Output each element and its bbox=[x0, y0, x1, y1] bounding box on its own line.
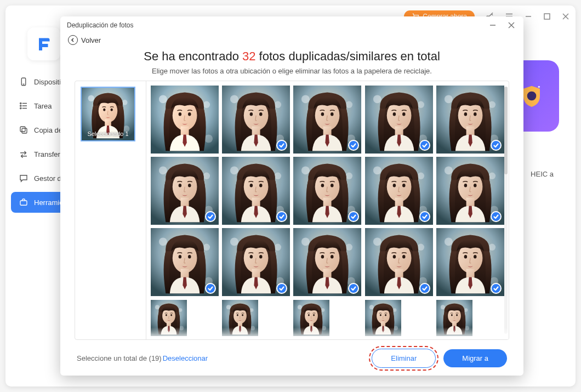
sidebar-item-devices[interactable]: Dispositivos bbox=[11, 71, 66, 92]
svg-point-25 bbox=[20, 107, 21, 109]
maximize-button[interactable] bbox=[543, 12, 551, 21]
logo-icon bbox=[36, 36, 52, 52]
svg-point-30 bbox=[538, 86, 540, 88]
photo-thumbnail[interactable] bbox=[365, 157, 433, 225]
sidebar-item-transfer[interactable]: Transferir bbox=[11, 144, 66, 164]
sidebar-item-data-manager[interactable]: Gestor de datos bbox=[11, 168, 66, 189]
check-icon bbox=[348, 140, 359, 151]
sidebar-item-backup[interactable]: Copia de seguridad bbox=[11, 120, 66, 140]
device-icon bbox=[19, 77, 29, 87]
dedup-modal: Deduplicación de fotos Volver Se ha enco… bbox=[60, 16, 523, 376]
check-icon bbox=[419, 140, 430, 151]
sidebar-item-tools[interactable]: Herramientas bbox=[11, 192, 66, 213]
minimize-button[interactable] bbox=[524, 12, 533, 21]
portrait-image bbox=[293, 300, 329, 336]
photo-thumbnail[interactable] bbox=[151, 86, 219, 154]
check-icon bbox=[491, 283, 502, 294]
back-label: Volver bbox=[81, 36, 101, 44]
sidebar-item-label: Tarea bbox=[34, 102, 52, 110]
group-column: Seleccionado 1 bbox=[75, 81, 146, 339]
photo-grid bbox=[151, 86, 504, 336]
close-button[interactable] bbox=[561, 12, 570, 21]
transfer-icon bbox=[19, 149, 29, 159]
footer-count-post: ) bbox=[159, 354, 161, 362]
check-icon bbox=[205, 283, 216, 294]
migrate-button[interactable]: Migrar a bbox=[443, 349, 507, 367]
group-selected-label: Seleccionado 1 bbox=[87, 130, 128, 137]
svg-point-23 bbox=[20, 105, 21, 106]
portrait-image bbox=[222, 300, 258, 336]
sidebar-item-label: Transferir bbox=[34, 150, 64, 158]
modal-footer: Seleccione un total de (19) Deselecciona… bbox=[60, 340, 523, 376]
photo-grid-container bbox=[146, 81, 509, 339]
photo-thumbnail[interactable] bbox=[293, 228, 361, 296]
back-button[interactable]: Volver bbox=[60, 34, 523, 48]
sidebar-item-tasks[interactable]: Tarea bbox=[11, 95, 66, 116]
duplicate-count: 32 bbox=[242, 49, 255, 63]
toolbox-icon bbox=[19, 197, 29, 207]
photo-thumbnail[interactable] bbox=[151, 157, 219, 225]
footer-count-pre: Seleccione un total de ( bbox=[77, 354, 151, 362]
modal-content: Seleccionado 1 bbox=[75, 81, 509, 340]
copy-icon bbox=[19, 125, 29, 135]
modal-close-button[interactable] bbox=[506, 20, 517, 31]
heic-text-fragment: HEIC a bbox=[531, 170, 554, 178]
selected-count: 19 bbox=[151, 354, 159, 362]
modal-title: Deduplicación de fotos bbox=[67, 21, 133, 29]
deselect-link[interactable]: Deseleccionar bbox=[163, 354, 208, 362]
svg-rect-16 bbox=[544, 14, 550, 19]
check-icon bbox=[348, 283, 359, 294]
portrait-image bbox=[436, 300, 472, 336]
modal-subtitle: Elige mover las fotos a otra ubicación o… bbox=[60, 67, 523, 81]
list-icon bbox=[19, 101, 29, 111]
app-logo bbox=[27, 27, 60, 60]
chat-icon bbox=[19, 173, 29, 183]
check-icon bbox=[348, 211, 359, 222]
modal-headline: Se ha encontrado 32 fotos duplicadas/sim… bbox=[60, 48, 523, 67]
check-icon bbox=[419, 283, 430, 294]
delete-button[interactable]: Eliminar bbox=[372, 349, 436, 368]
svg-rect-29 bbox=[20, 201, 27, 205]
photo-thumbnail[interactable] bbox=[293, 157, 361, 225]
svg-point-21 bbox=[20, 103, 21, 104]
scrollbar-thumb[interactable] bbox=[504, 87, 508, 174]
photo-thumbnail[interactable] bbox=[222, 86, 290, 154]
photo-thumbnail[interactable] bbox=[293, 86, 361, 154]
photo-thumbnail[interactable] bbox=[365, 228, 433, 296]
photo-thumbnail[interactable] bbox=[293, 300, 329, 336]
photo-thumbnail[interactable] bbox=[222, 157, 290, 225]
sidebar: Dispositivos Tarea Copia de seguridad Tr… bbox=[11, 71, 66, 213]
photo-thumbnail[interactable] bbox=[436, 157, 504, 225]
photo-thumbnail[interactable] bbox=[365, 300, 401, 336]
portrait-image bbox=[151, 300, 187, 336]
photo-thumbnail[interactable] bbox=[365, 86, 433, 154]
photo-thumbnail[interactable] bbox=[436, 86, 504, 154]
portrait-image bbox=[365, 300, 401, 336]
svg-point-31 bbox=[527, 92, 537, 101]
check-icon bbox=[276, 283, 287, 294]
group-thumbnail[interactable]: Seleccionado 1 bbox=[81, 87, 135, 141]
svg-rect-27 bbox=[22, 128, 27, 133]
photo-thumbnail[interactable] bbox=[151, 300, 187, 336]
photo-thumbnail[interactable] bbox=[436, 228, 504, 296]
photo-thumbnail[interactable] bbox=[222, 228, 290, 296]
photo-thumbnail[interactable] bbox=[222, 300, 258, 336]
portrait-image bbox=[151, 86, 219, 154]
modal-titlebar: Deduplicación de fotos bbox=[60, 16, 523, 34]
modal-minimize-button[interactable] bbox=[487, 20, 498, 31]
photo-thumbnail[interactable] bbox=[436, 300, 472, 336]
svg-rect-28 bbox=[20, 127, 25, 132]
photo-thumbnail[interactable] bbox=[151, 228, 219, 296]
back-arrow-icon bbox=[68, 35, 78, 45]
